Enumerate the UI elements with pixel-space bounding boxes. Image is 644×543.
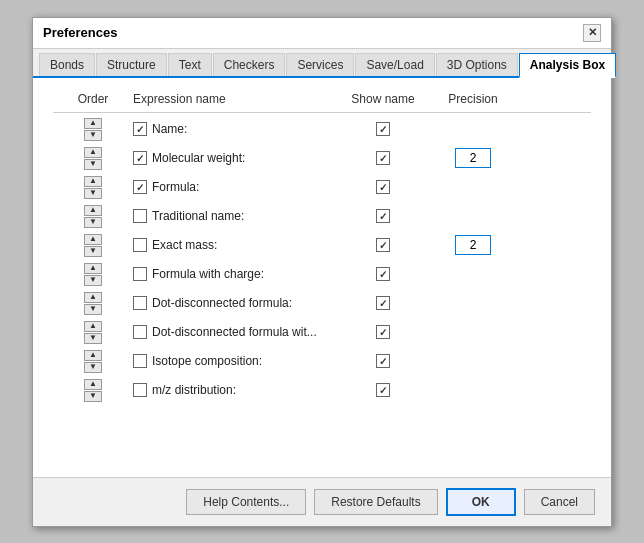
expression-checkbox[interactable] [133, 296, 147, 310]
order-down-button[interactable]: ▼ [84, 333, 102, 344]
header-show-name: Show name [333, 92, 433, 106]
order-buttons: ▲▼ [53, 350, 133, 373]
tab-structure[interactable]: Structure [96, 53, 167, 76]
expression-label: Name: [152, 122, 187, 136]
show-name-cell [333, 122, 433, 136]
preferences-dialog: Preferences ✕ BondsStructureTextCheckers… [32, 17, 612, 527]
header-precision: Precision [433, 92, 513, 106]
order-buttons: ▲▼ [53, 379, 133, 402]
expression-checkbox[interactable] [133, 209, 147, 223]
order-down-button[interactable]: ▼ [84, 246, 102, 257]
order-up-button[interactable]: ▲ [84, 234, 102, 245]
title-bar: Preferences ✕ [33, 18, 611, 49]
show-name-checkbox[interactable] [376, 238, 390, 252]
table-row: ▲▼Formula with charge: [53, 260, 591, 289]
tab-text[interactable]: Text [168, 53, 212, 76]
expression-checkbox[interactable] [133, 325, 147, 339]
expression-checkbox[interactable] [133, 238, 147, 252]
order-up-button[interactable]: ▲ [84, 379, 102, 390]
order-buttons: ▲▼ [53, 147, 133, 170]
order-down-button[interactable]: ▼ [84, 130, 102, 141]
restore-defaults-button[interactable]: Restore Defaults [314, 489, 437, 515]
table-header: Order Expression name Show name Precisio… [53, 92, 591, 113]
order-down-button[interactable]: ▼ [84, 275, 102, 286]
precision-input[interactable] [455, 148, 491, 168]
expression-checkbox[interactable] [133, 122, 147, 136]
order-up-button[interactable]: ▲ [84, 350, 102, 361]
expression-checkbox[interactable] [133, 267, 147, 281]
expression-label: Isotope composition: [152, 354, 262, 368]
ok-button[interactable]: OK [446, 488, 516, 516]
table-row: ▲▼Name: [53, 115, 591, 144]
expression-cell: Molecular weight: [133, 151, 333, 165]
order-up-button[interactable]: ▲ [84, 263, 102, 274]
show-name-checkbox[interactable] [376, 383, 390, 397]
show-name-checkbox[interactable] [376, 325, 390, 339]
precision-input[interactable] [455, 235, 491, 255]
order-up-button[interactable]: ▲ [84, 321, 102, 332]
expression-cell: Exact mass: [133, 238, 333, 252]
tab-bar: BondsStructureTextCheckersServicesSave/L… [33, 49, 611, 78]
show-name-checkbox[interactable] [376, 122, 390, 136]
help-button[interactable]: Help Contents... [186, 489, 306, 515]
show-name-cell [333, 383, 433, 397]
order-buttons: ▲▼ [53, 292, 133, 315]
order-up-button[interactable]: ▲ [84, 205, 102, 216]
expression-label: Formula with charge: [152, 267, 264, 281]
show-name-cell [333, 151, 433, 165]
expression-cell: Traditional name: [133, 209, 333, 223]
show-name-checkbox[interactable] [376, 209, 390, 223]
order-buttons: ▲▼ [53, 234, 133, 257]
expression-checkbox[interactable] [133, 180, 147, 194]
order-buttons: ▲▼ [53, 118, 133, 141]
precision-cell [433, 235, 513, 255]
expression-checkbox[interactable] [133, 383, 147, 397]
show-name-checkbox[interactable] [376, 354, 390, 368]
expression-cell: Formula with charge: [133, 267, 333, 281]
expression-checkbox[interactable] [133, 354, 147, 368]
header-expression: Expression name [133, 92, 333, 106]
order-up-button[interactable]: ▲ [84, 118, 102, 129]
tab-bonds[interactable]: Bonds [39, 53, 95, 76]
show-name-cell [333, 238, 433, 252]
tab-services[interactable]: Services [286, 53, 354, 76]
tab-checkers[interactable]: Checkers [213, 53, 286, 76]
footer: Help Contents... Restore Defaults OK Can… [33, 477, 611, 526]
tab-save-load[interactable]: Save/Load [355, 53, 434, 76]
tab-analysis-box[interactable]: Analysis Box [519, 53, 616, 78]
table-row: ▲▼Formula: [53, 173, 591, 202]
order-down-button[interactable]: ▼ [84, 304, 102, 315]
show-name-cell [333, 180, 433, 194]
table-row: ▲▼Isotope composition: [53, 347, 591, 376]
order-down-button[interactable]: ▼ [84, 217, 102, 228]
table-row: ▲▼Dot-disconnected formula wit... [53, 318, 591, 347]
order-buttons: ▲▼ [53, 321, 133, 344]
order-down-button[interactable]: ▼ [84, 188, 102, 199]
show-name-checkbox[interactable] [376, 296, 390, 310]
order-up-button[interactable]: ▲ [84, 292, 102, 303]
tab-3d-options[interactable]: 3D Options [436, 53, 518, 76]
header-order: Order [53, 92, 133, 106]
rows-container: ▲▼Name:▲▼Molecular weight:▲▼Formula:▲▼Tr… [53, 115, 591, 405]
show-name-checkbox[interactable] [376, 180, 390, 194]
expression-label: Dot-disconnected formula: [152, 296, 292, 310]
expression-label: Exact mass: [152, 238, 217, 252]
cancel-button[interactable]: Cancel [524, 489, 595, 515]
expression-label: m/z distribution: [152, 383, 236, 397]
order-up-button[interactable]: ▲ [84, 147, 102, 158]
expression-label: Molecular weight: [152, 151, 245, 165]
show-name-checkbox[interactable] [376, 151, 390, 165]
table-row: ▲▼Exact mass: [53, 231, 591, 260]
show-name-cell [333, 296, 433, 310]
expression-cell: m/z distribution: [133, 383, 333, 397]
order-down-button[interactable]: ▼ [84, 159, 102, 170]
show-name-cell [333, 209, 433, 223]
expression-cell: Name: [133, 122, 333, 136]
expression-checkbox[interactable] [133, 151, 147, 165]
show-name-checkbox[interactable] [376, 267, 390, 281]
order-up-button[interactable]: ▲ [84, 176, 102, 187]
order-down-button[interactable]: ▼ [84, 362, 102, 373]
close-button[interactable]: ✕ [583, 24, 601, 42]
expression-cell: Formula: [133, 180, 333, 194]
order-down-button[interactable]: ▼ [84, 391, 102, 402]
